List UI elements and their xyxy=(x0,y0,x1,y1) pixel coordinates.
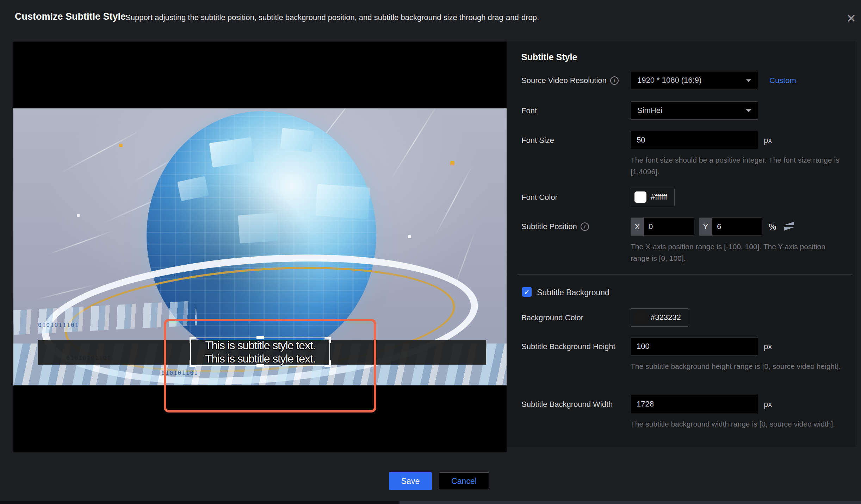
font-value: SimHei xyxy=(637,106,662,115)
bg-height-label: Subtitle Background Height xyxy=(521,342,615,351)
bg-height-unit: px xyxy=(764,342,772,351)
chevron-down-icon xyxy=(746,79,751,82)
position-x-group: X xyxy=(631,218,694,236)
subtitle-background-checkbox-label[interactable]: Subtitle Background xyxy=(537,288,609,297)
background-color-label: Background Color xyxy=(521,313,583,322)
panel-heading: Subtitle Style xyxy=(521,52,577,62)
glass-patch xyxy=(238,213,278,243)
bg-width-unit: px xyxy=(764,400,772,409)
speck xyxy=(77,214,80,217)
bg-height-label-row: Subtitle Background Height xyxy=(521,342,615,351)
glass-patch xyxy=(315,184,370,219)
font-color-label-row: Font Color xyxy=(521,193,558,202)
subtitle-background-checkbox[interactable]: ✓ xyxy=(522,287,532,297)
light-streak xyxy=(61,129,142,173)
speck xyxy=(450,161,454,165)
light-streak xyxy=(390,108,440,180)
glass-patch xyxy=(280,128,314,152)
light-streak xyxy=(47,230,114,255)
speck xyxy=(408,235,411,238)
font-label: Font xyxy=(521,106,537,115)
background-color-picker[interactable]: #323232 xyxy=(631,308,688,327)
font-label-row: Font xyxy=(521,106,537,115)
background-color-value: #323232 xyxy=(651,313,681,322)
bg-width-input[interactable] xyxy=(631,395,758,413)
resolution-dropdown[interactable]: 1920 * 1080 (16:9) xyxy=(631,71,758,89)
bg-width-label-row: Subtitle Background Width xyxy=(521,400,613,409)
position-y-prefix: Y xyxy=(699,218,712,235)
info-icon[interactable]: i xyxy=(610,76,619,85)
binary-decor-text: 0101011101 xyxy=(38,322,79,328)
font-dropdown[interactable]: SimHei xyxy=(631,101,758,120)
subtitle-drag-region[interactable] xyxy=(164,319,376,412)
font-size-label: Font Size xyxy=(521,136,554,145)
resolution-label-row: Source Video Resolution i xyxy=(521,76,619,85)
custom-resolution-link[interactable]: Custom xyxy=(769,76,796,85)
underlying-page-edge-right xyxy=(399,501,861,504)
close-icon[interactable]: ✕ xyxy=(843,10,860,27)
background-color-label-row: Background Color xyxy=(521,313,583,322)
cancel-button[interactable]: Cancel xyxy=(439,472,489,490)
background-color-swatch xyxy=(634,312,646,323)
font-size-helper: The font size should be a positive integ… xyxy=(631,154,842,177)
font-color-swatch xyxy=(634,191,646,203)
subtitle-style-panel: Subtitle Style Source Video Resolution i… xyxy=(507,42,855,447)
subtitle-position-helper: The X-axis position range is [-100, 100]… xyxy=(631,241,842,264)
position-x-input[interactable] xyxy=(644,218,694,235)
position-x-prefix: X xyxy=(631,218,644,235)
video-preview-area: 0101011101 01010101101 010101101 This is… xyxy=(13,42,507,452)
position-unit: % xyxy=(769,222,776,232)
font-size-label-row: Font Size xyxy=(521,136,554,145)
dialog-title: Customize Subtitle Style xyxy=(15,11,126,22)
position-y-input[interactable] xyxy=(712,218,762,235)
font-color-value: #ffffff xyxy=(651,193,667,202)
save-button[interactable]: Save xyxy=(389,472,432,490)
speck xyxy=(119,144,123,147)
info-icon[interactable]: i xyxy=(581,222,589,231)
chevron-down-icon xyxy=(746,109,751,112)
resolution-value: 1920 * 1080 (16:9) xyxy=(637,76,701,85)
bg-width-helper: The subtitle background width range is [… xyxy=(631,418,842,430)
swap-axes-icon[interactable] xyxy=(782,220,796,232)
font-color-label: Font Color xyxy=(521,193,558,202)
bg-height-helper: The subtitle background height range is … xyxy=(631,360,842,372)
check-icon: ✓ xyxy=(524,288,530,296)
light-streak xyxy=(435,166,472,235)
underlying-page-edge-left xyxy=(0,501,399,504)
bg-width-label: Subtitle Background Width xyxy=(521,400,613,409)
font-size-input[interactable] xyxy=(631,131,758,149)
section-divider xyxy=(517,275,853,275)
dialog-description: Support adjusting the subtitle position,… xyxy=(125,13,539,22)
subtitle-position-label: Subtitle Position xyxy=(521,222,577,231)
resolution-label: Source Video Resolution xyxy=(521,76,607,85)
subtitle-position-label-row: Subtitle Position i xyxy=(521,222,589,231)
font-size-unit: px xyxy=(764,136,772,145)
bg-height-input[interactable] xyxy=(631,337,758,355)
font-color-picker[interactable]: #ffffff xyxy=(631,188,675,206)
position-y-group: Y xyxy=(699,218,762,236)
